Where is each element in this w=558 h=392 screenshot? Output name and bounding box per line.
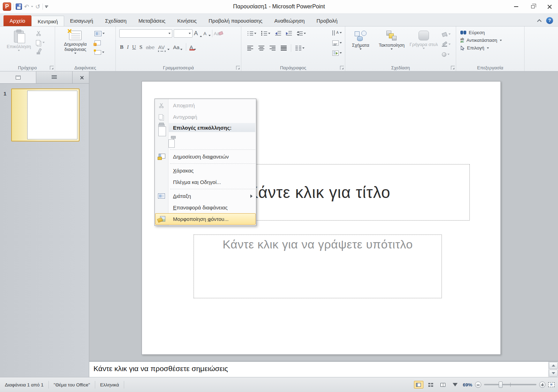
menu-item-cut[interactable]: Αποκοπή [155,100,256,111]
tab-transitions[interactable]: Μεταβάσεις [133,15,171,26]
menu-item-reset-slide[interactable]: Επαναφορά διαφάνειας [155,202,256,213]
cut-button[interactable] [35,29,46,38]
shrink-font-button[interactable]: A [203,31,211,36]
font-size-combo[interactable] [174,29,193,38]
menu-item-copy[interactable]: Αντιγραφή [155,111,256,123]
text-direction-button[interactable] [331,29,343,37]
tab-view[interactable]: Προβολή [311,15,344,26]
normal-view-button[interactable] [414,381,423,389]
slideshow-view-button[interactable] [451,381,460,389]
save-icon[interactable] [16,3,22,10]
powerpoint-logo-icon[interactable] [3,2,11,11]
paragraph-dialog-launcher-icon[interactable] [340,66,344,70]
bullets-button[interactable] [246,29,257,38]
underline-button[interactable]: U [132,44,136,50]
scroll-down-button[interactable] [549,370,558,377]
columns-button[interactable] [294,44,306,52]
zoom-in-button[interactable] [539,382,545,388]
quick-styles-button[interactable]: Γρήγορα στυλ [409,28,438,59]
subtitle-placeholder[interactable]: Κάντε κλικ για να γράψετε υπότιτλο [194,235,442,298]
numbering-button[interactable] [260,29,271,38]
menu-item-grid-and-guides[interactable]: Πλέγμα και Οδηγοί... [155,176,256,188]
character-spacing-button[interactable]: AV [158,44,169,50]
tab-outline[interactable] [36,71,73,83]
shape-effects-button[interactable] [441,50,452,59]
menu-item-layout[interactable]: Διάταξη [155,190,256,202]
strikethrough-button[interactable]: abe [146,44,154,50]
status-slide-info[interactable]: Διαφάνεια 1 από 1 [0,381,49,389]
slide-layout-button[interactable] [93,29,106,38]
italic-button[interactable]: I [127,44,129,50]
redo-icon[interactable]: ↺ [35,3,40,10]
convert-smartart-button[interactable] [331,49,343,57]
notes-placeholder[interactable]: Κάντε κλικ για να προσθέσετε σημειώσεις [89,362,548,377]
help-icon[interactable] [546,17,553,24]
change-case-button[interactable]: Aa [173,44,182,50]
paste-option-button[interactable] [173,137,174,144]
shapes-button[interactable]: Σχήματα [347,28,374,59]
zoom-slider[interactable] [484,384,536,385]
tab-file[interactable]: Αρχείο [3,15,31,26]
font-dialog-launcher-icon[interactable] [236,66,240,70]
status-theme[interactable]: "Θέμα του Office" [49,381,95,389]
undo-dropdown-icon[interactable] [31,6,33,7]
status-language[interactable]: Ελληνικά [95,381,124,389]
menu-item-publish-slides[interactable]: Δημοσίευση διαφανειών [155,151,256,162]
align-text-button[interactable] [331,39,343,47]
tab-insert[interactable]: Εισαγωγή [64,15,99,26]
increase-indent-button[interactable] [285,29,293,38]
drawing-dialog-launcher-icon[interactable] [451,66,455,70]
restore-button[interactable] [525,0,541,13]
clear-formatting-button[interactable]: Aa [214,30,219,37]
reset-slide-button[interactable] [93,39,106,47]
align-center-button[interactable] [257,44,265,52]
tab-design[interactable]: Σχεδίαση [99,15,133,26]
customize-qat-icon[interactable] [45,6,48,8]
slide-sorter-view-button[interactable] [426,381,436,389]
tab-slides-thumbnails[interactable] [0,71,36,83]
select-button[interactable]: Επιλογή [460,45,524,51]
notes-pane[interactable]: Κάντε κλικ για να προσθέσετε σημειώσεις [89,361,558,377]
format-painter-button[interactable] [35,47,46,56]
copy-button[interactable] [35,38,46,47]
tab-slideshow[interactable]: Προβολή παρουσίασης [203,15,268,26]
shape-fill-button[interactable] [441,30,452,38]
text-shadow-button[interactable]: S [140,44,142,50]
align-right-button[interactable] [269,44,277,52]
font-name-combo[interactable] [119,29,172,38]
tab-home[interactable]: Κεντρική [31,16,64,26]
find-button[interactable]: Εύρεση [460,30,524,35]
zoom-slider-thumb[interactable] [499,382,503,388]
align-left-button[interactable] [246,44,254,52]
line-spacing-button[interactable] [296,29,307,38]
minimize-ribbon-icon[interactable] [538,19,541,22]
paste-button[interactable]: Επικόλληση [3,28,35,56]
close-pane-button[interactable] [74,71,89,83]
decrease-indent-button[interactable] [274,29,282,38]
section-button[interactable] [93,48,106,56]
arrange-button[interactable]: Τακτοποίηση [374,28,409,59]
menu-item-ruler[interactable]: Χάρακας [155,165,256,176]
undo-icon[interactable]: ↶ [24,3,29,10]
fit-to-window-button[interactable] [548,382,555,387]
close-button[interactable] [541,0,558,13]
shape-outline-button[interactable] [441,40,452,48]
zoom-out-button[interactable] [475,382,481,388]
grow-font-button[interactable]: A [194,30,202,37]
justify-button[interactable] [280,44,288,52]
replace-button[interactable]: Αντικατάσταση [460,38,524,43]
tab-review[interactable]: Αναθεώρηση [268,15,310,26]
reading-view-button[interactable] [438,381,448,389]
tab-animations[interactable]: Κινήσεις [171,15,203,26]
menu-item-format-background[interactable]: Μορφοποίηση φόντου... [155,213,256,225]
notes-scrollbar[interactable] [548,362,558,377]
minimize-button[interactable] [508,0,525,13]
zoom-level[interactable]: 69% [463,382,472,387]
slide-thumbnail-selected[interactable] [11,89,80,141]
clipboard-dialog-launcher-icon[interactable] [50,66,54,70]
font-color-button[interactable]: A [190,44,196,50]
scroll-up-button[interactable] [549,362,558,369]
bold-button[interactable]: B [120,44,123,50]
slide-thumbnail-row[interactable]: 1 [3,89,86,141]
new-slide-button[interactable]: Δημιουργία διαφάνειας [57,28,93,56]
